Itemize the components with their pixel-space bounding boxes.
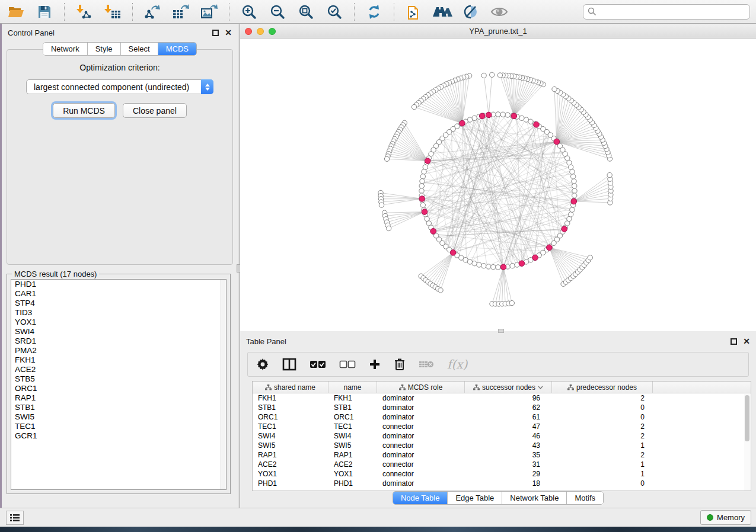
close-panel-icon[interactable]: ✕ xyxy=(225,30,232,36)
table-row[interactable]: RAP1RAP1dominator352 xyxy=(253,450,751,460)
zoom-out-icon[interactable] xyxy=(267,3,288,21)
table-cell[interactable]: 61 xyxy=(465,412,552,422)
search-network-icon[interactable] xyxy=(432,3,452,21)
refresh-icon[interactable] xyxy=(364,3,384,21)
table-cell[interactable]: 0 xyxy=(552,403,653,412)
table-cell[interactable]: SWI4 xyxy=(253,431,328,441)
table-row[interactable]: ACE2ACE2connector311 xyxy=(253,460,751,469)
table-cell[interactable]: YOX1 xyxy=(253,469,328,479)
mcds-result-item[interactable]: PMA2 xyxy=(11,346,226,355)
table-cell[interactable]: dominator xyxy=(377,412,465,422)
table-cell[interactable]: dominator xyxy=(377,479,465,488)
tab-node-table[interactable]: Node Table xyxy=(393,492,448,504)
table-cell[interactable]: RAP1 xyxy=(253,450,328,460)
save-icon[interactable] xyxy=(34,3,55,21)
table-cell[interactable]: 31 xyxy=(465,460,552,469)
table-cell[interactable]: connector xyxy=(377,422,465,431)
table-cell[interactable]: STB1 xyxy=(328,403,377,412)
table-row[interactable]: ORC1ORC1dominator610 xyxy=(253,412,751,422)
mcds-list-scrollbar[interactable] xyxy=(221,280,226,489)
table-cell[interactable] xyxy=(653,441,751,450)
float-panel-icon[interactable] xyxy=(212,30,219,36)
mcds-result-item[interactable]: TEC1 xyxy=(11,422,226,431)
table-cell[interactable]: connector xyxy=(377,441,465,450)
mcds-result-item[interactable]: STB5 xyxy=(11,374,226,384)
table-row[interactable]: TEC1TEC1connector472 xyxy=(253,422,751,431)
table-cell[interactable]: dominator xyxy=(377,393,465,403)
table-cell[interactable]: FKH1 xyxy=(328,393,377,403)
open-icon[interactable] xyxy=(6,3,26,21)
table-cell[interactable] xyxy=(653,422,751,431)
column-header-MCDS-role[interactable]: MCDS role xyxy=(377,382,465,393)
table-cell[interactable]: connector xyxy=(377,469,465,479)
settings-gear-icon[interactable] xyxy=(256,355,269,373)
optimization-criterion-select[interactable]: largest connected component (undirected) xyxy=(26,79,213,94)
tab-mcds[interactable]: MCDS xyxy=(158,43,196,55)
mcds-result-item[interactable]: SRD1 xyxy=(11,336,226,346)
table-cell[interactable]: 2 xyxy=(552,422,653,431)
table-cell[interactable]: STB1 xyxy=(253,403,328,412)
table-cell[interactable]: 62 xyxy=(465,403,552,412)
table-cell[interactable]: connector xyxy=(377,460,465,469)
mcds-result-item[interactable]: YOX1 xyxy=(11,318,226,327)
column-header-successor-nodes[interactable]: successor nodes xyxy=(465,382,552,393)
import-table-icon[interactable] xyxy=(103,3,123,21)
horizontal-splitter-handle[interactable] xyxy=(498,329,504,333)
import-network-icon[interactable] xyxy=(74,3,94,21)
tab-style[interactable]: Style xyxy=(88,43,121,55)
close-panel-button[interactable]: Close panel xyxy=(123,103,187,118)
table-cell[interactable]: 2 xyxy=(552,393,653,403)
show-hide-icon[interactable] xyxy=(489,3,509,21)
deselect-all-icon[interactable] xyxy=(339,355,356,373)
column-header-predecessor-nodes[interactable]: predecessor nodes xyxy=(552,382,653,393)
mcds-result-item[interactable]: CAR1 xyxy=(11,289,226,299)
mcds-result-item[interactable]: PHD1 xyxy=(11,280,226,289)
table-scrollbar-thumb[interactable] xyxy=(745,395,749,441)
tab-select[interactable]: Select xyxy=(121,43,158,55)
split-panel-icon[interactable] xyxy=(282,355,296,373)
table-cell[interactable] xyxy=(653,403,751,412)
table-cell[interactable]: PHD1 xyxy=(328,479,377,488)
table-cell[interactable] xyxy=(653,469,751,479)
mcds-result-item[interactable]: ORC1 xyxy=(11,384,226,393)
table-cell[interactable]: 18 xyxy=(465,479,552,488)
export-image-icon[interactable] xyxy=(199,3,219,21)
mcds-result-item[interactable]: FKH1 xyxy=(11,355,226,365)
network-canvas[interactable] xyxy=(240,39,756,331)
table-cell[interactable]: TEC1 xyxy=(253,422,328,431)
table-cell[interactable]: FKH1 xyxy=(253,393,328,403)
delete-column-icon[interactable] xyxy=(394,355,406,373)
table-cell[interactable]: 96 xyxy=(465,393,552,403)
table-cell[interactable] xyxy=(653,450,751,460)
table-cell[interactable] xyxy=(653,412,751,422)
table-cell[interactable]: SWI4 xyxy=(328,431,377,441)
table-cell[interactable]: RAP1 xyxy=(328,450,377,460)
search-input[interactable] xyxy=(599,7,745,16)
toggle-graphics-details-icon[interactable] xyxy=(461,3,481,21)
table-cell[interactable] xyxy=(653,431,751,441)
tab-network-table[interactable]: Network Table xyxy=(502,492,567,504)
table-cell[interactable]: ACE2 xyxy=(253,460,328,469)
table-cell[interactable] xyxy=(653,393,751,403)
memory-button[interactable]: Memory xyxy=(700,510,751,525)
table-cell[interactable]: dominator xyxy=(377,431,465,441)
tab-edge-table[interactable]: Edge Table xyxy=(448,492,502,504)
export-network-icon[interactable] xyxy=(142,3,162,21)
table-cell[interactable]: 43 xyxy=(465,441,552,450)
mcds-result-item[interactable]: RAP1 xyxy=(11,393,226,403)
table-cell[interactable]: 46 xyxy=(465,431,552,441)
close-panel-icon[interactable]: ✕ xyxy=(743,338,750,345)
mcds-result-item[interactable]: TID3 xyxy=(11,308,226,318)
mcds-result-item[interactable]: STP4 xyxy=(11,299,226,308)
sort-indicator-icon[interactable] xyxy=(538,386,543,389)
table-row[interactable]: SWI4SWI4dominator462 xyxy=(253,431,751,441)
table-cell[interactable]: TEC1 xyxy=(328,422,377,431)
table-cell[interactable]: 35 xyxy=(465,450,552,460)
mcds-result-item[interactable]: ACE2 xyxy=(11,365,226,374)
tab-motifs[interactable]: Motifs xyxy=(567,492,603,504)
table-cell[interactable]: 0 xyxy=(552,412,653,422)
mcds-result-list[interactable]: PHD1CAR1STP4TID3YOX1SWI4SRD1PMA2FKH1ACE2… xyxy=(11,279,227,490)
table-cell[interactable]: 1 xyxy=(552,469,653,479)
mcds-result-item[interactable]: SWI5 xyxy=(11,412,226,422)
network-graph[interactable] xyxy=(240,39,755,330)
